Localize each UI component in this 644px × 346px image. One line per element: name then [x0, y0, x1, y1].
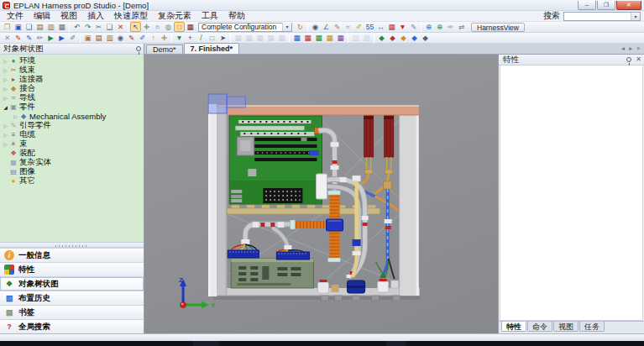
flag-green-icon[interactable]: ▶	[45, 33, 56, 43]
route-red-icon[interactable]: ✎	[13, 33, 24, 43]
expand-arrow-icon[interactable]: ▷	[2, 86, 9, 92]
nav-general-info[interactable]: i 一般信息	[0, 248, 144, 262]
redo-icon[interactable]: ↷	[82, 22, 93, 32]
table-gray-5-icon[interactable]: ▦	[276, 33, 287, 43]
menu-tools[interactable]: 工具	[196, 11, 223, 21]
nav-bookmarks[interactable]: ▤ 书签	[0, 305, 144, 319]
tab-commands[interactable]: 命令	[527, 322, 552, 332]
table-gray-1-icon[interactable]: ▦	[233, 33, 243, 43]
table-gray-2-icon[interactable]: ▦	[243, 33, 254, 43]
brush-icon[interactable]: ✏	[34, 33, 45, 43]
save-icon[interactable]: ▣	[13, 22, 24, 32]
pen-small-icon[interactable]: ✎	[126, 33, 137, 43]
close-button[interactable]: ✕	[616, 1, 641, 10]
tab-next-icon[interactable]: ►	[628, 45, 633, 52]
pin-icon[interactable]	[626, 57, 631, 62]
rect-icon[interactable]: □	[207, 33, 217, 43]
place-assembly-icon[interactable]: ⊕	[434, 22, 445, 32]
place-part-icon[interactable]: ⊕	[423, 22, 434, 32]
menu-edit[interactable]: 编辑	[29, 11, 55, 21]
export-5-icon[interactable]: ◆	[420, 33, 431, 43]
pan-icon[interactable]: ✛	[141, 22, 152, 32]
view-style-icon[interactable]: ▦	[185, 22, 196, 32]
report-icon[interactable]: ▦	[386, 22, 397, 32]
export-3-icon[interactable]: ◆	[398, 33, 409, 43]
nailboard-1-icon[interactable]: ▦	[291, 33, 302, 43]
frame-select-icon[interactable]: □	[174, 22, 185, 32]
close-panel-icon[interactable]: ✕	[636, 55, 641, 64]
print-icon[interactable]: ▦	[56, 22, 67, 32]
bundle-edit-icon[interactable]: ▤	[93, 33, 104, 43]
nailboard-4-icon[interactable]: ▦	[324, 33, 335, 43]
viewport-3d[interactable]: Z Y	[144, 55, 498, 333]
tool-icon[interactable]: ✛	[159, 33, 170, 43]
nailboard-2-icon[interactable]: ▦	[302, 33, 313, 43]
harness-view-button[interactable]: HarnessView	[471, 23, 525, 32]
menu-rapid-prototype[interactable]: 快速原型	[109, 11, 153, 21]
refresh-icon[interactable]: ↻	[295, 22, 306, 32]
chevron-down-icon[interactable]: ▾	[631, 13, 640, 20]
search-combobox[interactable]: ▾	[563, 12, 641, 21]
configuration-dropdown[interactable]: Complete Configuration ▾	[198, 23, 292, 32]
tab-tasks[interactable]: 任务	[579, 322, 605, 332]
export-2-icon[interactable]: ◆	[387, 33, 398, 43]
nailboard-5-icon[interactable]: ▦	[335, 33, 346, 43]
export-1-icon[interactable]: ◆	[376, 33, 387, 43]
bundle-icon[interactable]: ▣	[82, 33, 93, 43]
route-blue-icon[interactable]: ✎	[24, 33, 34, 43]
save-all-icon[interactable]: ❏	[24, 22, 34, 32]
align-icon[interactable]: ✑	[445, 22, 456, 32]
tab-demo[interactable]: Demo*	[146, 45, 183, 54]
measure-icon[interactable]: ∠	[321, 22, 332, 32]
spline-icon[interactable]: ≈	[343, 22, 353, 32]
select-icon[interactable]: ↖	[130, 22, 141, 32]
restore-button[interactable]: ❐	[597, 1, 615, 10]
table-gray-3-icon[interactable]: ▦	[254, 33, 265, 43]
pushpin-icon[interactable]: ▼	[397, 22, 408, 32]
slope-icon[interactable]: ✐	[67, 33, 78, 43]
nav-global-search[interactable]: ? 全局搜索	[0, 319, 144, 333]
expand-arrow-icon[interactable]: ▷	[2, 132, 9, 138]
probe-icon[interactable]: ➤	[217, 33, 228, 43]
expand-arrow-icon[interactable]: ▷	[2, 76, 9, 82]
doc-gray-1-icon[interactable]: ▥	[350, 33, 361, 43]
nailboard-3-icon[interactable]: ▦	[313, 33, 324, 43]
minimize-button[interactable]: –	[578, 1, 596, 10]
magnifier-icon[interactable]: ◉	[115, 33, 126, 43]
tab-finished[interactable]: 7. Finished*	[184, 43, 240, 54]
pencil-icon[interactable]: ✐	[353, 22, 364, 32]
open-icon[interactable]: ❐	[2, 22, 13, 32]
unroute-icon[interactable]: ✕	[2, 33, 13, 43]
panel-splitter[interactable]	[0, 242, 144, 248]
expand-arrow-icon[interactable]: ▷	[2, 58, 9, 64]
table-gray-4-icon[interactable]: ▦	[265, 33, 276, 43]
edit-icon[interactable]: ✎	[408, 22, 419, 32]
expand-arrow-icon[interactable]: ▷	[12, 113, 19, 119]
menu-help[interactable]: 帮助	[223, 11, 250, 21]
doc-gray-2-icon[interactable]: ▥	[361, 33, 372, 43]
undo-icon[interactable]: ↶	[71, 22, 82, 32]
flag-blue-icon[interactable]: ▶	[56, 33, 67, 43]
expand-arrow-icon[interactable]: ▷	[2, 141, 9, 147]
tab-views[interactable]: 视图	[553, 322, 579, 332]
nav-properties[interactable]: 特性	[0, 262, 144, 276]
menu-insert[interactable]: 插入	[82, 11, 109, 21]
raise-icon[interactable]: ↑	[148, 33, 159, 43]
tree-item-others[interactable]: ● 其它	[0, 176, 144, 186]
copy-icon[interactable]: ❑	[104, 22, 115, 32]
tab-properties[interactable]: 特性	[501, 322, 526, 332]
tab-close-icon[interactable]: ✕	[636, 45, 641, 52]
export-4-icon[interactable]: ◆	[409, 33, 420, 43]
cut-icon[interactable]: ✂	[93, 22, 104, 32]
import-icon[interactable]: ▤	[34, 22, 45, 32]
tree-item-parts[interactable]: ◢ ▣ 零件	[0, 102, 144, 112]
find-icon[interactable]: ◉	[310, 22, 321, 32]
nav-object-tree[interactable]: ❖ 对象树状图	[0, 276, 144, 291]
menu-file[interactable]: 文件	[2, 11, 29, 21]
nav-placement-history[interactable]: ▥ 布置历史	[0, 291, 144, 305]
menu-complex-elements[interactable]: 复杂元素	[153, 11, 196, 21]
add-point-icon[interactable]: +	[185, 33, 196, 43]
zoom-icon[interactable]: ◎	[163, 22, 174, 32]
bundle-save-icon[interactable]: ▥	[104, 33, 115, 43]
menu-view[interactable]: 视图	[55, 11, 82, 21]
